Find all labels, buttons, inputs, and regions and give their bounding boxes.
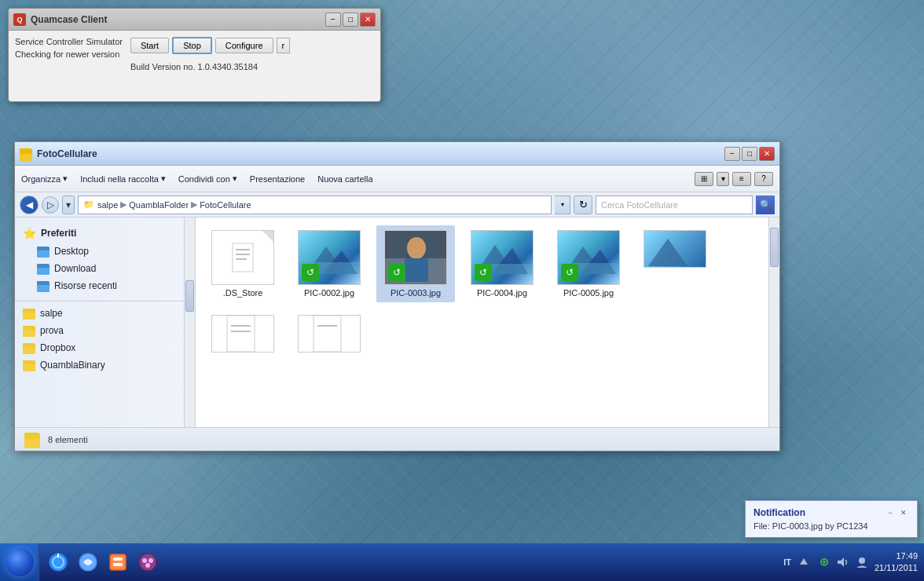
sidebar-item-salpe[interactable]: salpe bbox=[15, 305, 195, 322]
sidebar-item-quamblabinary[interactable]: QuamblaBinary bbox=[15, 356, 195, 374]
search-button[interactable]: 🔍 bbox=[756, 195, 775, 214]
sidebar-item-preferiti[interactable]: ⭐ Preferiti bbox=[15, 224, 195, 243]
taskbar-icon-4[interactable] bbox=[134, 548, 162, 576]
build-version-text: Build Version no. 1.0.4340.35184 bbox=[130, 59, 290, 71]
toolbar-nuova-cartella[interactable]: Nuova cartella bbox=[317, 174, 372, 184]
folder-icon-desktop bbox=[37, 247, 50, 256]
partial2-thumb bbox=[211, 315, 274, 353]
start-button[interactable] bbox=[0, 543, 39, 581]
folder-icon-download bbox=[37, 264, 50, 273]
sidebar-scrollbar[interactable] bbox=[184, 217, 195, 427]
quamcase-window: Q Quamcase Client − □ ✕ Service Controll… bbox=[8, 8, 381, 102]
crumb-salpe[interactable]: salpe bbox=[97, 200, 118, 210]
star-icon: ⭐ bbox=[23, 227, 36, 239]
taskbar-icon-2[interactable] bbox=[74, 548, 102, 576]
system-clock: 17:49 21/11/2011 bbox=[874, 550, 918, 575]
explorer-content: ⭐ Preferiti Desktop Download Risorse rec… bbox=[15, 217, 779, 427]
partial3-thumb bbox=[298, 315, 361, 353]
chevron-down-icon-2: ▾ bbox=[161, 174, 166, 184]
pic0005-name: PIC-0005.jpg bbox=[563, 288, 614, 298]
file-item-partial2[interactable] bbox=[204, 310, 282, 357]
file-item-pic0004[interactable]: ↺ PIC-0004.jpg bbox=[463, 225, 541, 302]
notification-options-btn[interactable]: − bbox=[885, 507, 896, 518]
address-bar[interactable]: 📁 salpe ▶ QuamblaFolder ▶ FotoCellulare bbox=[78, 195, 552, 214]
refresh-overlay-icon-0002: ↺ bbox=[302, 264, 319, 281]
sidebar-item-download[interactable]: Download bbox=[15, 260, 195, 277]
folder-icon-prova bbox=[23, 326, 35, 335]
status-folder-icon bbox=[24, 433, 40, 446]
language-indicator: IT bbox=[783, 557, 791, 567]
sidebar-scroll-thumb[interactable] bbox=[185, 280, 194, 312]
taskbar: IT bbox=[0, 543, 924, 581]
view-dropdown-btn[interactable]: ▾ bbox=[717, 172, 729, 186]
pic0005-thumb: ↺ bbox=[557, 230, 620, 285]
network-tray-icon[interactable] bbox=[816, 554, 832, 570]
sidebar-item-desktop[interactable]: Desktop bbox=[15, 243, 195, 260]
forward-button[interactable]: ▷ bbox=[42, 196, 59, 214]
configure-button[interactable]: Configure bbox=[215, 38, 273, 53]
sidebar-label-salpe: salpe bbox=[40, 308, 63, 319]
user-tray-icon[interactable] bbox=[854, 554, 870, 570]
crumb-fotocellulare[interactable]: FotoCellulare bbox=[200, 200, 251, 210]
quamcase-minimize-btn[interactable]: − bbox=[325, 13, 341, 27]
tray-arrow-btn[interactable] bbox=[796, 554, 812, 570]
notification-close-btn[interactable]: ✕ bbox=[898, 507, 909, 518]
help-btn[interactable]: ? bbox=[754, 172, 773, 186]
explorer-minimize-btn[interactable]: − bbox=[724, 147, 740, 161]
explorer-close-btn[interactable]: ✕ bbox=[759, 147, 775, 161]
tray-icons bbox=[816, 554, 870, 570]
view-icon-btn[interactable]: ⊞ bbox=[695, 172, 713, 186]
address-dropdown-btn[interactable]: ▾ bbox=[555, 195, 570, 214]
refresh-overlay-icon-0005: ↺ bbox=[561, 264, 578, 281]
taskbar-icon-1[interactable] bbox=[44, 548, 72, 576]
file-item-ds-store[interactable]: .DS_Store bbox=[204, 225, 282, 302]
back-button[interactable]: ◀ bbox=[20, 195, 38, 214]
recent-button[interactable]: ▾ bbox=[62, 195, 75, 214]
crumb-quamblafolder[interactable]: QuamblaFolder bbox=[129, 200, 189, 210]
toolbar-condividi[interactable]: Condividi con ▾ bbox=[178, 174, 237, 184]
file-item-pic0005[interactable]: ↺ PIC-0005.jpg bbox=[549, 225, 628, 302]
main-scrollbar[interactable] bbox=[768, 217, 779, 427]
svg-rect-0 bbox=[233, 243, 253, 272]
explorer-sidebar: ⭐ Preferiti Desktop Download Risorse rec… bbox=[15, 217, 196, 427]
pic0004-thumb: ↺ bbox=[471, 230, 534, 285]
quamcase-app-icon: Q bbox=[13, 13, 26, 26]
pic0002-thumb: ↺ bbox=[298, 230, 361, 285]
volume-tray-icon[interactable] bbox=[835, 554, 851, 570]
sidebar-item-risorse-recenti[interactable]: Risorse recenti bbox=[15, 277, 195, 294]
file-item-pic0002[interactable]: ↺ PIC-0002.jpg bbox=[290, 225, 368, 302]
doc-corner bbox=[262, 231, 273, 242]
taskbar-items bbox=[39, 548, 777, 576]
quamcase-close-btn[interactable]: ✕ bbox=[360, 13, 376, 27]
pic0004-name: PIC-0004.jpg bbox=[477, 288, 527, 298]
main-scroll-thumb[interactable] bbox=[770, 228, 779, 267]
ds-store-thumb bbox=[211, 230, 274, 285]
toolbar-presentazione[interactable]: Presentazione bbox=[250, 174, 305, 184]
quamcase-body: Service Controller Simulator Checking fo… bbox=[9, 31, 380, 78]
taskbar-icon-3[interactable] bbox=[104, 548, 132, 576]
svg-point-36 bbox=[823, 561, 826, 564]
windows-orb bbox=[6, 548, 34, 576]
quamcase-title: Quamcase Client bbox=[31, 14, 324, 25]
stop-button[interactable]: Stop bbox=[172, 37, 212, 54]
view-details-btn[interactable]: ≡ bbox=[732, 172, 751, 186]
refresh-button[interactable]: ↻ bbox=[574, 195, 592, 214]
quamcase-maximize-btn[interactable]: □ bbox=[343, 13, 358, 27]
sidebar-item-dropbox[interactable]: Dropbox bbox=[15, 339, 195, 356]
file-item-partial3[interactable] bbox=[290, 310, 368, 357]
start-button[interactable]: Start bbox=[130, 38, 169, 53]
quamcase-status2: Checking for newer version bbox=[15, 49, 123, 59]
r-button[interactable]: r bbox=[277, 38, 291, 53]
search-bar[interactable]: Cerca FotoCellulare bbox=[596, 195, 753, 214]
svg-point-33 bbox=[145, 563, 150, 568]
sidebar-item-prova[interactable]: prova bbox=[15, 322, 195, 339]
file-item-pic0003[interactable]: ↺ PIC-0003.jpg bbox=[376, 225, 455, 302]
explorer-title: FotoCellulare bbox=[37, 148, 723, 159]
explorer-maximize-btn[interactable]: □ bbox=[742, 147, 757, 161]
partial1-thumb bbox=[644, 230, 706, 268]
toolbar-organizza[interactable]: Organizza ▾ bbox=[21, 174, 68, 184]
file-item-partial1[interactable] bbox=[636, 225, 714, 272]
notification-controls: − ✕ bbox=[885, 507, 909, 518]
toolbar-includi[interactable]: Includi nella raccolta ▾ bbox=[80, 174, 166, 184]
svg-marker-17 bbox=[648, 239, 688, 266]
